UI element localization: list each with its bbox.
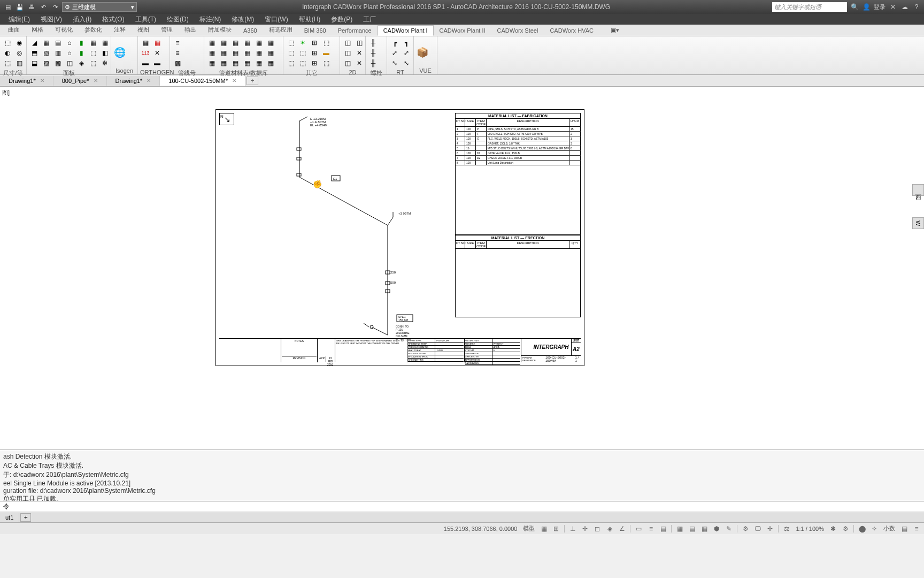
rt-icon[interactable]: ┓ bbox=[401, 38, 412, 48]
sc-icon[interactable]: ▦ bbox=[674, 524, 685, 534]
snap-icon[interactable]: ⊞ bbox=[551, 524, 561, 534]
b-icon[interactable]: ▦ bbox=[218, 38, 229, 48]
p-icon[interactable]: ▦ bbox=[88, 38, 98, 48]
isogen-icon[interactable]: 🌐 bbox=[113, 40, 126, 65]
anno-scale[interactable]: 1:1 / 100% bbox=[794, 526, 826, 532]
p-icon[interactable]: ⬚ bbox=[88, 48, 98, 58]
command-history[interactable]: ash Detection 模块激活. AC & Cable Trays 模块激… bbox=[0, 450, 924, 501]
user-icon[interactable]: 👤 bbox=[862, 3, 871, 11]
rtab-parametric[interactable]: 参数化 bbox=[79, 24, 108, 36]
p-icon[interactable]: ⬓ bbox=[29, 58, 40, 68]
model-space-label[interactable]: 模型 bbox=[521, 524, 537, 533]
p-icon[interactable]: ▦ bbox=[99, 38, 110, 48]
p-icon[interactable]: ⬒ bbox=[29, 48, 40, 58]
file-tab[interactable]: 100-CU-5002-150MM*✕ bbox=[160, 76, 245, 86]
new-tab-button[interactable]: + bbox=[247, 77, 258, 85]
tpy-icon[interactable]: ▤ bbox=[658, 524, 668, 534]
rtab-featured[interactable]: 精选应用 bbox=[263, 24, 298, 36]
m-icon[interactable]: ⊞ bbox=[309, 58, 320, 68]
bolt-icon[interactable]: ╫ bbox=[368, 48, 379, 58]
save-icon[interactable]: 💾 bbox=[15, 2, 25, 12]
file-tab[interactable]: Drawing1*✕ bbox=[107, 76, 160, 86]
p-icon[interactable]: ▦ bbox=[41, 38, 51, 48]
spec3-icon[interactable]: ◎ bbox=[14, 48, 25, 58]
size2-icon[interactable]: ◉ bbox=[14, 38, 25, 48]
rtab-annotate[interactable]: 注释 bbox=[108, 24, 132, 36]
b-icon[interactable]: ▦ bbox=[206, 58, 217, 68]
o-icon[interactable]: ▬ bbox=[152, 58, 163, 68]
hw-icon[interactable]: ⬤ bbox=[857, 524, 867, 534]
p-icon[interactable]: ◫ bbox=[64, 58, 75, 68]
rtab-a360[interactable]: A360 bbox=[237, 25, 263, 36]
o-icon[interactable]: ▦ bbox=[152, 38, 163, 48]
cloud-icon[interactable]: ☁ bbox=[900, 3, 909, 11]
d2-icon[interactable]: ✕ bbox=[354, 48, 365, 58]
p-icon[interactable]: ⌂ bbox=[64, 48, 75, 58]
b-icon[interactable]: ▦ bbox=[265, 58, 276, 68]
print-icon[interactable]: 🖶 bbox=[27, 2, 36, 12]
dyn-icon[interactable]: ▭ bbox=[633, 524, 644, 534]
d2-icon[interactable]: ✕ bbox=[354, 58, 365, 68]
rtab-manage[interactable]: 管理 bbox=[155, 24, 179, 36]
clean-icon[interactable]: ▤ bbox=[899, 524, 910, 534]
m-icon[interactable]: ⬚ bbox=[321, 58, 332, 68]
close-icon[interactable]: ✕ bbox=[40, 78, 44, 83]
menu-param[interactable]: 参数(P) bbox=[327, 14, 357, 25]
b-icon[interactable]: ▦ bbox=[206, 48, 217, 58]
app-menu-icon[interactable]: ▤ bbox=[3, 2, 13, 12]
m-icon[interactable]: ⊞ bbox=[309, 48, 320, 58]
p-icon[interactable]: ▮ bbox=[76, 48, 87, 58]
d2-icon[interactable]: ◫ bbox=[354, 38, 365, 48]
p-icon[interactable]: ▧ bbox=[41, 48, 51, 58]
p-icon[interactable]: ▮ bbox=[76, 38, 87, 48]
m-icon[interactable]: ⬚ bbox=[297, 48, 308, 58]
rt-icon[interactable]: ⤡ bbox=[389, 58, 400, 68]
spec-icon[interactable]: ◐ bbox=[2, 48, 13, 58]
p-icon[interactable]: ✻ bbox=[99, 58, 110, 68]
p-icon[interactable]: ◈ bbox=[76, 58, 87, 68]
rtab-output[interactable]: 输出 bbox=[179, 24, 202, 36]
sel-icon[interactable]: ▦ bbox=[699, 524, 710, 534]
b-icon[interactable]: ▦ bbox=[242, 48, 252, 58]
add-layout-button[interactable]: + bbox=[20, 513, 31, 522]
b-icon[interactable]: ▦ bbox=[253, 58, 264, 68]
gizmo-icon[interactable]: ⬢ bbox=[711, 524, 722, 534]
rtab-performance[interactable]: Performance bbox=[332, 25, 378, 36]
qp-icon[interactable]: ▤ bbox=[687, 524, 697, 534]
file-tab[interactable]: Drawing1*✕ bbox=[0, 76, 53, 86]
d2-icon[interactable]: ◫ bbox=[342, 48, 353, 58]
rtab-visualize[interactable]: 可视化 bbox=[49, 24, 79, 36]
menu-help[interactable]: 帮助(H) bbox=[295, 14, 325, 25]
ortho-icon[interactable]: ⊥ bbox=[567, 524, 578, 534]
mon-icon[interactable]: 🖵 bbox=[752, 524, 763, 534]
rtab-cadworx-plant1[interactable]: CADWorx Plant I bbox=[378, 25, 434, 36]
vue-icon[interactable]: 📦 bbox=[416, 40, 429, 65]
otrack-icon[interactable]: ∠ bbox=[617, 524, 627, 534]
rt-icon[interactable]: ⤢ bbox=[389, 48, 400, 58]
palette-tab[interactable]: W bbox=[912, 217, 924, 229]
grid-icon[interactable]: ▦ bbox=[538, 524, 549, 534]
p-icon[interactable]: ▨ bbox=[41, 58, 51, 68]
d2-icon[interactable]: ◫ bbox=[342, 38, 353, 48]
ws-icon[interactable]: ⚙ bbox=[740, 524, 751, 534]
search-icon[interactable]: 🔍 bbox=[850, 3, 859, 11]
3dosnap-icon[interactable]: ◈ bbox=[604, 524, 615, 534]
close-icon[interactable]: ✕ bbox=[94, 78, 98, 83]
m-icon[interactable]: ⬚ bbox=[286, 48, 296, 58]
m-icon[interactable]: ⬚ bbox=[286, 58, 296, 68]
rtab-bim360[interactable]: BIM 360 bbox=[298, 25, 332, 36]
m-icon[interactable]: ⊞ bbox=[309, 38, 320, 48]
palette-tab[interactable]: 西 bbox=[912, 184, 924, 196]
osnap-icon[interactable]: ◻ bbox=[592, 524, 603, 534]
size-icon[interactable]: ⬚ bbox=[2, 38, 13, 48]
m-icon[interactable]: ✶ bbox=[297, 38, 308, 48]
polar-icon[interactable]: ✛ bbox=[580, 524, 590, 534]
p-icon[interactable]: ◧ bbox=[99, 48, 110, 58]
units-label[interactable]: 小数 bbox=[881, 524, 897, 533]
b-icon[interactable]: ▦ bbox=[265, 48, 276, 58]
redo-icon[interactable]: ↷ bbox=[50, 2, 60, 12]
drawing-canvas[interactable]: 图] N bbox=[0, 87, 924, 450]
spec2-icon[interactable]: ⬚ bbox=[2, 58, 13, 68]
l-icon[interactable]: ≡ bbox=[172, 38, 183, 48]
p-icon[interactable]: ▥ bbox=[52, 48, 63, 58]
